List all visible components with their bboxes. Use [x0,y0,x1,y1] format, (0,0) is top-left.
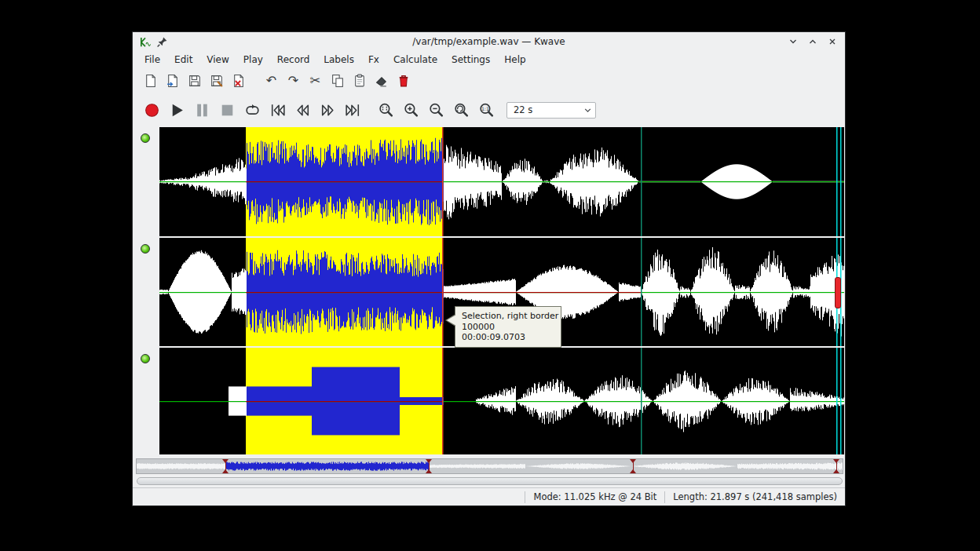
scrollbar-thumb[interactable] [137,477,843,485]
selection-tooltip: Selection, right border 100000 00:00:09.… [455,306,561,348]
menu-item-settings[interactable]: Settings [444,53,497,67]
play-button[interactable] [164,97,189,122]
save-as-button[interactable] [207,71,226,91]
track-enable-led[interactable] [141,133,150,143]
maximize-button[interactable] [806,35,819,48]
open-button[interactable] [163,71,182,91]
redo-button[interactable]: ↷ [283,71,303,91]
signal-area [133,127,847,456]
pin-icon [156,36,168,48]
overview-waveform[interactable] [137,459,843,473]
track-enable-led[interactable] [141,354,150,363]
track-controls-1 [133,127,159,236]
stop-button[interactable] [214,97,240,122]
zoom-all-button[interactable] [448,97,474,122]
eraser-button[interactable] [371,71,391,91]
track-row-3 [133,348,847,454]
zoom-duration-select[interactable]: 22 s [506,102,596,119]
file-toolbar: ↶↷✂ [133,68,845,93]
skip-forward-button[interactable] [340,97,365,122]
undo-button[interactable]: ↶ [261,71,281,91]
svg-text:1:1: 1:1 [481,105,488,111]
zoom-out-button[interactable] [423,97,448,122]
transport-buttons [139,97,365,122]
menu-item-edit[interactable]: Edit [167,53,199,67]
cut-button[interactable]: ✂ [305,71,325,91]
track-controls-3 [133,348,159,454]
kwave-logo-icon [139,36,151,48]
track-controls-2 [133,238,159,346]
transport-toolbar: 1:1 22 s [133,93,845,126]
zoom-duration-value: 22 s [514,104,532,115]
paste-button[interactable] [349,71,369,91]
menu-item-help[interactable]: Help [497,53,532,67]
chevron-down-icon [583,106,592,115]
menu-item-play[interactable]: Play [236,53,270,67]
menu-item-record[interactable]: Record [270,53,316,67]
waveform-track-3[interactable] [159,348,844,454]
close-button[interactable] [229,71,248,91]
statusbar: Mode: 11.025 kHz @ 24 Bit Length: 21.897… [133,487,845,505]
selection-border-handle[interactable] [835,277,841,308]
save-button[interactable] [185,71,204,91]
minimize-button[interactable] [787,35,799,48]
forward-button[interactable] [315,97,340,122]
menu-item-calculate[interactable]: Calculate [386,53,444,67]
window-title: /var/tmp/example.wav — Kwave [133,36,845,47]
overview-bar[interactable] [136,458,843,474]
menubar: FileEditViewPlayRecordLabelsFxCalculateS… [133,51,845,68]
menu-item-view[interactable]: View [199,53,236,67]
close-button[interactable] [826,35,839,48]
zoom-buttons: 1:1 [373,97,499,122]
loop-button[interactable] [240,97,265,122]
kwave-window: /var/tmp/example.wav — Kwave FileEditVie… [132,31,846,506]
tooltip-time: 00:00:09.0703 [462,332,554,343]
horizontal-scrollbar[interactable] [137,477,843,487]
titlebar[interactable]: /var/tmp/example.wav — Kwave [133,32,845,51]
menu-item-labels[interactable]: Labels [316,53,361,67]
skip-back-button[interactable] [265,97,290,122]
track-enable-led[interactable] [141,244,150,254]
zoom-normal-button[interactable]: 1:1 [474,97,499,122]
tooltip-title: Selection, right border [462,311,554,322]
menu-item-fx[interactable]: Fx [361,53,386,67]
rewind-button[interactable] [290,97,315,122]
menu-item-file[interactable]: File [137,53,167,67]
status-mode: Mode: 11.025 kHz @ 24 Bit [525,491,664,503]
zoom-in-button[interactable] [398,97,423,122]
record-button[interactable] [139,97,164,122]
status-length: Length: 21.897 s (241,418 samples) [664,491,845,503]
zoom-selection-button[interactable] [373,97,398,122]
new-button[interactable] [141,71,160,91]
track-row-1 [133,127,847,236]
copy-button[interactable] [327,71,347,91]
desktop: { "window": { "title": "/var/tmp/example… [0,0,980,551]
delete-button[interactable] [393,71,413,91]
pause-button[interactable] [189,97,214,122]
tooltip-samples: 100000 [462,322,554,333]
waveform-track-1[interactable] [159,127,844,236]
